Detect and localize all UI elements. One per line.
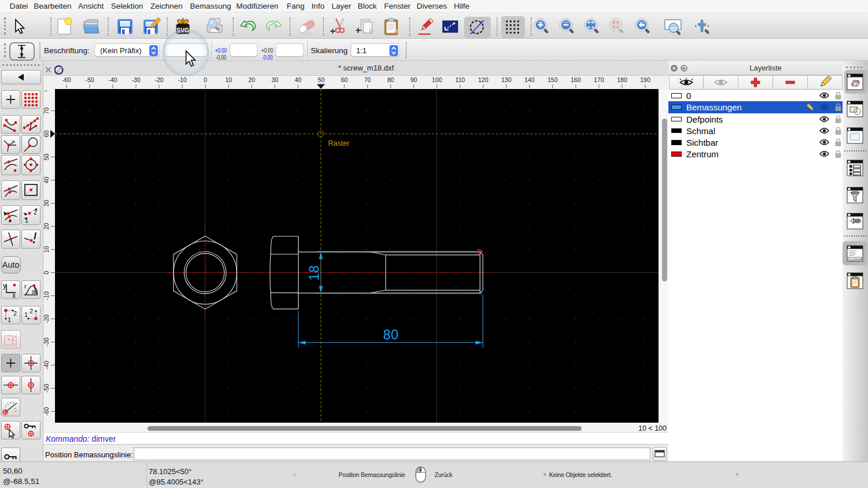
svg-text:90: 90 [410, 76, 417, 83]
svg-text:150: 150 [547, 76, 558, 83]
svg-text:40: 40 [295, 76, 301, 83]
svg-text:-10: -10 [43, 291, 50, 300]
svg-text:0: 0 [43, 271, 50, 274]
svg-text:10: 10 [43, 246, 50, 253]
svg-text:50: 50 [43, 154, 50, 161]
svg-text:120: 120 [478, 76, 488, 83]
svg-text:140: 140 [524, 76, 535, 83]
svg-text:60: 60 [43, 131, 50, 138]
svg-text:0: 0 [204, 76, 207, 83]
svg-text:-50: -50 [85, 76, 94, 83]
svg-text:160: 160 [571, 76, 581, 83]
svg-text:2: 2 [30, 308, 33, 315]
svg-text:30: 30 [43, 200, 50, 207]
svg-text:C command: C command [849, 257, 862, 260]
svg-text:-60: -60 [62, 76, 71, 83]
svg-text:2: 2 [34, 209, 37, 216]
svg-text:-40: -40 [108, 76, 117, 83]
svg-text:a: a [32, 288, 36, 295]
svg-text:110: 110 [455, 76, 465, 83]
svg-text:2: 2 [13, 310, 17, 317]
svg-text:18: 18 [307, 265, 322, 280]
svg-text:Raster: Raster [328, 139, 350, 147]
svg-text:80: 80 [387, 76, 394, 83]
svg-text:70: 70 [43, 108, 50, 114]
svg-text:1: 1 [25, 217, 28, 224]
svg-text:-40: -40 [43, 361, 50, 369]
svg-text:r: r [24, 283, 27, 290]
svg-text:60: 60 [341, 76, 348, 83]
svg-text:SVG: SVG [176, 27, 189, 34]
svg-text:1: 1 [24, 311, 28, 318]
svg-text:-30: -30 [43, 338, 50, 346]
svg-text:-30: -30 [131, 76, 140, 83]
svg-text:130: 130 [501, 76, 512, 83]
svg-text:180: 180 [617, 76, 627, 83]
svg-text:190: 190 [640, 76, 650, 83]
svg-text:20: 20 [43, 223, 50, 230]
svg-text:50: 50 [318, 76, 325, 83]
svg-text:x: x [12, 291, 16, 298]
svg-text:-20: -20 [155, 76, 163, 83]
svg-text:20: 20 [248, 76, 255, 83]
svg-text:1: 1 [8, 316, 11, 323]
svg-text:70: 70 [364, 76, 371, 83]
svg-text:-20: -20 [43, 315, 50, 323]
svg-text:10: 10 [225, 76, 232, 83]
svg-text:100: 100 [432, 76, 442, 83]
svg-text:-10: -10 [178, 76, 186, 83]
svg-text:y: y [3, 282, 6, 290]
svg-text:40: 40 [43, 177, 50, 184]
svg-text:-50: -50 [43, 384, 50, 393]
svg-text:-60: -60 [43, 407, 50, 416]
svg-text:~: ~ [44, 89, 47, 94]
svg-text:80: 80 [383, 327, 399, 342]
svg-text:30: 30 [271, 76, 278, 83]
svg-text:170: 170 [594, 76, 604, 83]
